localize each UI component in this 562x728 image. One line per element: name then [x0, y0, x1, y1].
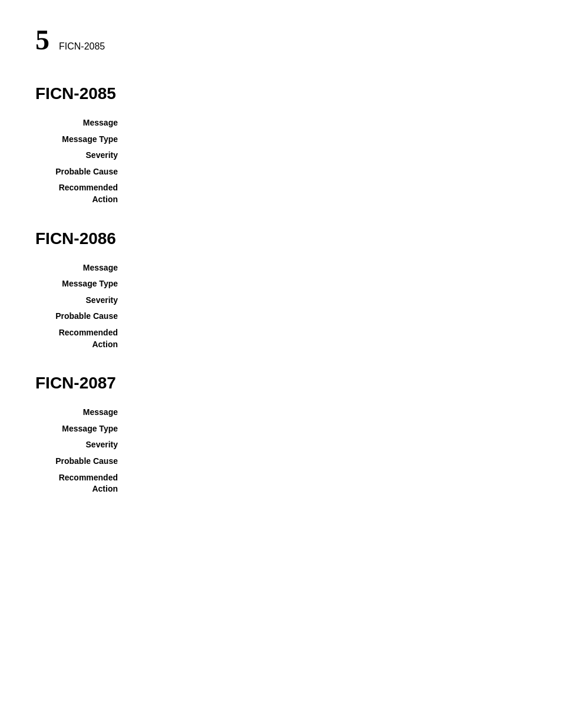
section-title-ficn-2085: FICN-2085 — [35, 84, 527, 103]
field-value-ficn-2086-1 — [130, 278, 527, 290]
page-header: 5 FICN-2085 — [35, 24, 527, 56]
field-value-ficn-2085-0 — [130, 117, 527, 129]
field-value-ficn-2087-1 — [130, 423, 527, 435]
field-label-ficn-2085-2: Severity — [47, 150, 130, 162]
section-ficn-2086: FICN-2086MessageMessage TypeSeverityProb… — [35, 229, 527, 351]
field-value-ficn-2087-0 — [130, 407, 527, 419]
page-number: 5 — [35, 24, 49, 56]
field-value-ficn-2085-2 — [130, 150, 527, 162]
field-row-ficn-2086-1: Message Type — [35, 278, 527, 290]
field-value-ficn-2087-4 — [130, 472, 527, 495]
field-row-ficn-2085-3: Probable Cause — [35, 166, 527, 178]
field-value-ficn-2086-0 — [130, 262, 527, 274]
field-row-ficn-2085-0: Message — [35, 117, 527, 129]
page-title-header: FICN-2085 — [59, 41, 105, 52]
field-label-ficn-2086-1: Message Type — [47, 278, 130, 290]
field-row-ficn-2086-0: Message — [35, 262, 527, 274]
field-value-ficn-2085-1 — [130, 134, 527, 146]
field-label-ficn-2085-4: RecommendedAction — [47, 182, 130, 205]
field-label-ficn-2085-0: Message — [47, 117, 130, 129]
field-row-ficn-2085-2: Severity — [35, 150, 527, 162]
field-row-ficn-2087-2: Severity — [35, 439, 527, 451]
section-ficn-2085: FICN-2085MessageMessage TypeSeverityProb… — [35, 84, 527, 206]
field-label-ficn-2087-3: Probable Cause — [47, 456, 130, 467]
section-title-ficn-2087: FICN-2087 — [35, 374, 527, 393]
field-value-ficn-2085-3 — [130, 166, 527, 178]
field-row-ficn-2086-2: Severity — [35, 295, 527, 307]
field-value-ficn-2086-2 — [130, 295, 527, 307]
field-label-ficn-2085-3: Probable Cause — [47, 166, 130, 178]
field-label-ficn-2087-2: Severity — [47, 439, 130, 451]
field-value-ficn-2085-4 — [130, 182, 527, 205]
field-row-ficn-2086-3: Probable Cause — [35, 311, 527, 322]
field-label-ficn-2085-1: Message Type — [47, 134, 130, 146]
field-label-ficn-2086-2: Severity — [47, 295, 130, 307]
field-label-ficn-2086-0: Message — [47, 262, 130, 274]
field-row-ficn-2085-4: RecommendedAction — [35, 182, 527, 205]
field-value-ficn-2086-4 — [130, 327, 527, 350]
field-value-ficn-2087-2 — [130, 439, 527, 451]
field-row-ficn-2087-1: Message Type — [35, 423, 527, 435]
section-title-ficn-2086: FICN-2086 — [35, 229, 527, 248]
field-label-ficn-2087-1: Message Type — [47, 423, 130, 435]
field-row-ficn-2087-3: Probable Cause — [35, 456, 527, 467]
field-row-ficn-2087-4: RecommendedAction — [35, 472, 527, 495]
field-row-ficn-2085-1: Message Type — [35, 134, 527, 146]
section-ficn-2087: FICN-2087MessageMessage TypeSeverityProb… — [35, 374, 527, 495]
field-value-ficn-2087-3 — [130, 456, 527, 467]
field-label-ficn-2087-4: RecommendedAction — [47, 472, 130, 495]
field-label-ficn-2087-0: Message — [47, 407, 130, 419]
field-row-ficn-2087-0: Message — [35, 407, 527, 419]
field-label-ficn-2086-4: RecommendedAction — [47, 327, 130, 350]
field-row-ficn-2086-4: RecommendedAction — [35, 327, 527, 350]
field-value-ficn-2086-3 — [130, 311, 527, 322]
field-label-ficn-2086-3: Probable Cause — [47, 311, 130, 322]
